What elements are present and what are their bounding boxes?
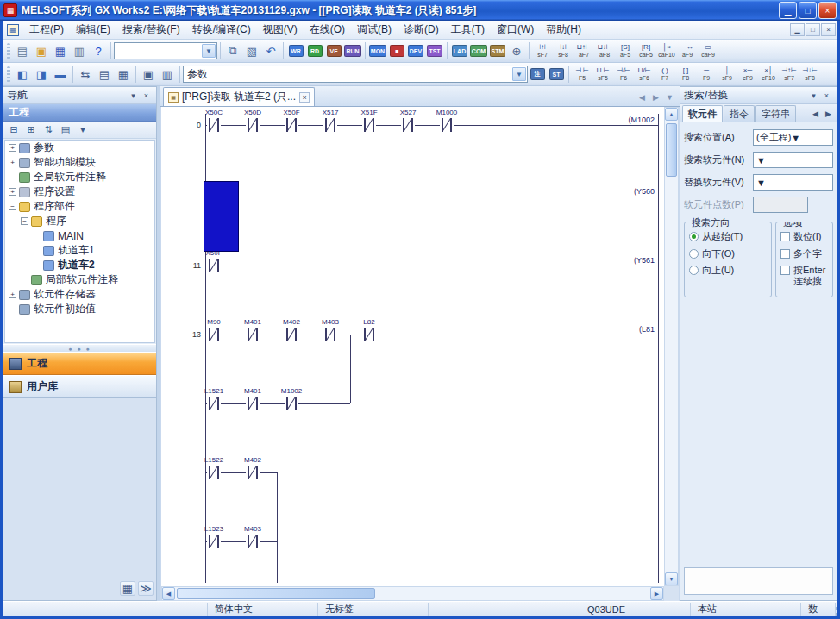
ladder-canvas[interactable]: 0X50CX50DX50FX517X51FX527M1000(M1002(Y56… — [161, 107, 664, 586]
sort-icon[interactable]: ⇅ — [41, 122, 56, 137]
tree-item[interactable]: 轨道车2 — [5, 258, 154, 272]
contact-x50d[interactable] — [246, 118, 260, 132]
menu-item[interactable]: 在线(O) — [304, 20, 351, 40]
menu-item[interactable]: 调试(B) — [351, 20, 398, 40]
ladder-symbol-af8-button[interactable]: ⊔↓⊢aF8 — [594, 41, 615, 62]
contact-l82[interactable] — [362, 328, 376, 341]
tree-item[interactable]: +软元件存储器 — [5, 287, 154, 302]
coil-l81[interactable]: (L81 — [605, 325, 655, 334]
contact-l1523[interactable] — [207, 535, 221, 548]
device-test-icon[interactable]: TST — [425, 41, 444, 60]
navigation-window-icon[interactable]: ◧ — [13, 65, 32, 84]
contact-m401[interactable] — [246, 328, 260, 341]
radio-down[interactable]: 向下(O) — [689, 248, 767, 259]
coil-y561[interactable]: (Y561 — [605, 256, 655, 265]
stack-button-project[interactable]: 工程 — [3, 352, 156, 375]
mdi-minimize-button[interactable]: ▁ — [790, 23, 805, 36]
tree-expander-icon[interactable]: + — [9, 291, 16, 298]
contact-l1522[interactable] — [207, 466, 221, 479]
device-list-icon[interactable]: ▤ — [95, 65, 114, 84]
tree-collapse-all-icon[interactable]: ⊟ — [6, 122, 22, 137]
panel-menu-icon[interactable]: ▾ — [127, 90, 140, 102]
minimize-button[interactable]: ▁ — [779, 2, 797, 19]
tree-expander-icon[interactable]: + — [9, 188, 16, 196]
remote-operation-icon[interactable]: RUN — [343, 41, 362, 60]
write-to-plc-icon[interactable]: WR — [286, 41, 305, 60]
edit-cursor[interactable] — [204, 181, 239, 252]
ladder-symbol-sf8-button[interactable]: ⊣↓⊢sF8 — [799, 64, 820, 85]
save-project-icon[interactable]: ▦ — [51, 41, 70, 60]
ladder-symbol-sf5-button[interactable]: ⊔ ⊢sF5 — [592, 64, 613, 85]
tab-next-icon[interactable]: ▶ — [822, 108, 835, 120]
tree-expander-icon[interactable]: + — [9, 159, 16, 166]
scroll-right-icon[interactable]: ▶ — [650, 587, 663, 600]
radio-from-start[interactable]: 从起始(T) — [689, 231, 767, 242]
toolbar-grip[interactable] — [7, 66, 10, 83]
toolbar-combo[interactable]: ▼ — [114, 42, 217, 59]
data-security-icon[interactable]: ▤ — [58, 122, 73, 137]
panel-close-icon[interactable]: × — [820, 90, 833, 102]
tree-expand-all-icon[interactable]: ⊞ — [23, 122, 39, 137]
ladder-symbol-sf8-button[interactable]: ⊣↓⊢sF8 — [553, 41, 574, 62]
tree-item[interactable]: 局部软元件注释 — [5, 272, 154, 287]
scroll-left-icon[interactable]: ◀ — [162, 587, 175, 600]
ladder-symbol-af5-button[interactable]: [S]aF5 — [615, 41, 636, 62]
mdi-restore-button[interactable]: □ — [806, 23, 820, 36]
device-comment-display-icon[interactable]: 注 — [528, 65, 547, 84]
statement-display-icon[interactable]: ST — [547, 65, 566, 84]
close-button[interactable]: × — [818, 2, 837, 19]
label-setting-icon[interactable]: ▥ — [158, 65, 177, 84]
combo-dropdown-icon[interactable]: ▼ — [756, 178, 766, 188]
contact-x50f[interactable] — [285, 118, 298, 132]
ladder-symbol-caf10-button[interactable]: │×caF10 — [656, 41, 677, 62]
ladder-symbol-cf10-button[interactable]: ×│cF10 — [758, 64, 779, 85]
ladder-symbol-sf7-button[interactable]: ⊣↑⊢sF7 — [779, 64, 799, 85]
contact-m403[interactable] — [246, 535, 260, 548]
ladder-symbol-af7-button[interactable]: ⊔↑⊢aF7 — [574, 41, 594, 62]
tree-item[interactable]: +程序设置 — [5, 184, 154, 199]
ladder-symbol-f7-button[interactable]: ( )F7 — [655, 64, 675, 85]
vertical-scrollbar[interactable]: ▲ ▼ — [664, 107, 679, 586]
contact-x51f[interactable] — [362, 118, 376, 132]
tree-item[interactable]: 轨道车1 — [5, 243, 154, 258]
statement-icon[interactable]: STM — [488, 41, 507, 60]
tree-expander-icon[interactable]: + — [9, 144, 16, 152]
stack-button-user-library[interactable]: 用户库 — [3, 375, 156, 398]
checkbox-enter-continuous[interactable]: 按Enter连续搜 — [780, 265, 828, 286]
copy-icon[interactable]: ⧉ — [223, 41, 242, 60]
menu-item[interactable]: 诊断(D) — [398, 20, 445, 40]
monitor-stop-icon[interactable]: ■ — [387, 41, 406, 60]
verify-with-plc-icon[interactable]: VF — [324, 41, 343, 60]
replace-device-combo[interactable]: ▼ — [753, 174, 833, 191]
menu-item[interactable]: 转换/编译(C) — [186, 20, 257, 40]
program-select-combo[interactable]: 参数 ▼ — [183, 66, 528, 83]
contact-m1000[interactable] — [440, 118, 454, 132]
vertical-scroll-thumb[interactable] — [666, 123, 677, 177]
document-tab[interactable]: ▦ [PRG]读取 轨道车2 (只... × — [163, 87, 315, 106]
tab-close-icon[interactable]: × — [299, 92, 310, 103]
tree-item[interactable]: MAIN — [5, 228, 154, 243]
tab-device[interactable]: 软元件 — [682, 105, 723, 122]
contact-x50c[interactable] — [207, 118, 221, 132]
menu-item[interactable]: 工具(T) — [445, 20, 491, 40]
checkbox-multiple-words[interactable]: 多个字 — [780, 248, 828, 259]
contact-m402[interactable] — [285, 328, 298, 341]
menu-item[interactable]: 窗口(W) — [491, 20, 540, 40]
tab-string[interactable]: 字符串 — [755, 105, 796, 122]
combo-dropdown-icon[interactable]: ▼ — [512, 67, 526, 81]
tab-prev-icon[interactable]: ◀ — [809, 108, 822, 120]
tree-item[interactable]: −程序部件 — [5, 199, 154, 214]
tree-expander-icon[interactable]: − — [21, 217, 28, 225]
more-panels-icon[interactable]: ≫ — [138, 581, 154, 596]
tree-item[interactable]: −程序 — [5, 214, 154, 228]
tree-expander-icon[interactable]: − — [9, 203, 16, 210]
ladder-symbol-sf9-button[interactable]: │sF9 — [717, 64, 737, 85]
open-project-icon[interactable]: ▣ — [32, 41, 51, 60]
contact-x527[interactable] — [401, 118, 415, 132]
device-comment-icon[interactable]: COM — [469, 41, 488, 60]
combo-dropdown-icon[interactable]: ▼ — [202, 44, 216, 58]
paste-icon[interactable]: ▧ — [242, 41, 261, 60]
element-selection-window-icon[interactable]: ◨ — [32, 65, 51, 84]
tab-instruction[interactable]: 指令 — [724, 105, 755, 122]
help-icon[interactable]: ? — [89, 41, 108, 60]
